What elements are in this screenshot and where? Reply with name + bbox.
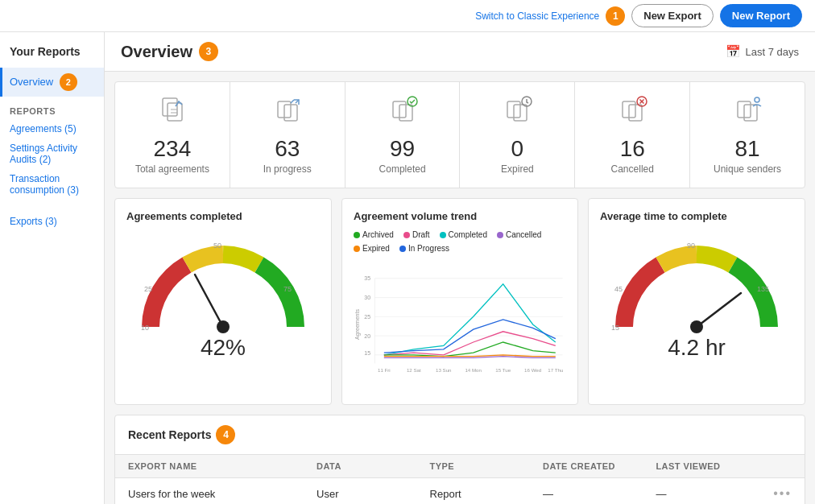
row-type: Report <box>430 488 543 500</box>
stat-expired[interactable]: 0 Expired <box>460 82 575 188</box>
stat-completed[interactable]: 99 Completed <box>345 82 461 188</box>
svg-point-50 <box>690 320 703 333</box>
sidebar-item-transaction[interactable]: Transaction consumption (3) <box>0 169 104 200</box>
recent-reports-title: Recent Reports <box>128 428 211 441</box>
cancelled-icon <box>585 95 680 133</box>
gauge-completed: 10 25 50 75 42% <box>126 230 320 367</box>
row-last-viewed: — <box>656 488 768 500</box>
legend-cancelled: Cancelled <box>497 230 541 239</box>
gauge-completed-percent: 42% <box>201 335 246 361</box>
svg-text:13 Sun: 13 Sun <box>436 367 452 373</box>
svg-point-25 <box>217 320 230 333</box>
svg-text:75: 75 <box>283 285 292 293</box>
total-agreements-icon <box>125 95 220 133</box>
col-header-actions <box>769 461 792 471</box>
expired-icon <box>470 95 565 133</box>
svg-text:30: 30 <box>364 295 370 300</box>
svg-text:90: 90 <box>687 242 695 250</box>
col-header-export: EXPORT NAME <box>128 461 316 471</box>
chart-volume-trend: Agreement volume trend Archived Draft Co… <box>341 198 578 405</box>
charts-row: Agreements completed <box>114 198 805 405</box>
in-progress-number: 63 <box>240 136 335 162</box>
calendar-icon: 📅 <box>726 44 741 59</box>
legend-completed: Completed <box>440 230 487 239</box>
col-header-data: DATA <box>316 461 429 471</box>
unique-senders-icon <box>700 95 795 133</box>
chart-volume-trend-title: Agreement volume trend <box>354 210 566 222</box>
table-header: EXPORT NAME DATA TYPE DATE CREATED LAST … <box>115 455 805 478</box>
svg-text:17 Thu: 17 Thu <box>548 367 564 373</box>
sidebar-section-reports: REPORTS <box>0 97 104 119</box>
svg-text:135: 135 <box>757 285 769 293</box>
stat-in-progress[interactable]: 63 In progress <box>230 82 345 188</box>
completed-label: Completed <box>355 163 450 175</box>
svg-text:Agreements: Agreements <box>354 309 361 340</box>
svg-text:15: 15 <box>611 324 619 332</box>
svg-text:15 Tue: 15 Tue <box>495 367 511 373</box>
in-progress-label: In progress <box>240 163 335 175</box>
badge-3: 3 <box>199 42 218 61</box>
badge-4: 4 <box>216 425 235 444</box>
col-header-viewed: LAST VIEWED <box>656 461 768 471</box>
legend-inprogress: In Progress <box>399 244 449 253</box>
completed-icon <box>355 95 450 133</box>
col-header-date: DATE CREATED <box>543 461 656 471</box>
svg-text:25: 25 <box>144 285 152 293</box>
expired-label: Expired <box>470 163 565 175</box>
chart-agreements-completed-title: Agreements completed <box>126 210 320 222</box>
sidebar: Your Reports Overview 2 REPORTS Agreemen… <box>0 32 105 504</box>
row-export-name: Users for the week <box>128 488 316 500</box>
svg-text:11 Fri: 11 Fri <box>378 367 391 373</box>
svg-text:15: 15 <box>364 350 370 356</box>
svg-text:45: 45 <box>614 285 623 293</box>
chart-avg-time: Average time to complete 15 <box>588 198 805 405</box>
svg-text:35: 35 <box>364 275 370 281</box>
svg-text:50: 50 <box>213 242 221 250</box>
stat-unique-senders[interactable]: 81 Unique senders <box>690 82 805 188</box>
content-header: Overview 3 📅 Last 7 days <box>105 32 815 72</box>
recent-reports-section: Recent Reports 4 EXPORT NAME DATA TYPE D… <box>114 415 805 504</box>
page-title: Overview <box>121 43 192 61</box>
sidebar-item-exports[interactable]: Exports (3) <box>0 208 104 230</box>
new-export-button[interactable]: New Export <box>631 4 714 27</box>
stats-row: 234 Total agreements 63 In progress 99 C… <box>114 81 805 188</box>
main-layout: Your Reports Overview 2 REPORTS Agreemen… <box>0 32 815 504</box>
legend-draft: Draft <box>403 230 430 239</box>
svg-text:25: 25 <box>364 314 370 320</box>
stat-cancelled[interactable]: 16 Cancelled <box>575 82 690 188</box>
three-dots-icon[interactable]: ••• <box>773 486 792 500</box>
col-header-type: TYPE <box>430 461 543 471</box>
sidebar-item-agreements[interactable]: Agreements (5) <box>0 119 104 138</box>
row-date-created: — <box>543 488 656 500</box>
sidebar-item-settings[interactable]: Settings Activity Audits (2) <box>0 138 104 169</box>
cancelled-number: 16 <box>585 136 680 162</box>
svg-text:20: 20 <box>364 333 370 339</box>
chart-agreements-completed: Agreements completed <box>114 198 332 405</box>
svg-text:14 Mon: 14 Mon <box>465 367 482 373</box>
svg-text:16 Wed: 16 Wed <box>524 367 542 373</box>
table-row: Users for the week User Report — — ••• <box>115 478 805 504</box>
date-filter[interactable]: 📅 Last 7 days <box>726 44 800 59</box>
svg-rect-0 <box>163 98 177 116</box>
svg-text:12 Sat: 12 Sat <box>407 367 421 373</box>
sidebar-item-overview[interactable]: Overview 2 <box>0 68 104 97</box>
gauge-avg-time: 15 45 90 135 4.2 hr <box>600 230 793 367</box>
total-agreements-number: 234 <box>125 136 220 162</box>
new-report-button[interactable]: New Report <box>720 4 802 27</box>
row-data: User <box>316 488 429 500</box>
stat-total-agreements[interactable]: 234 Total agreements <box>115 82 230 188</box>
svg-rect-1 <box>168 103 182 121</box>
switch-classic-link[interactable]: Switch to Classic Experience <box>475 10 599 22</box>
badge-1: 1 <box>606 6 625 26</box>
cancelled-label: Cancelled <box>585 163 680 175</box>
expired-number: 0 <box>470 136 565 162</box>
top-bar: Switch to Classic Experience 1 New Expor… <box>0 0 815 32</box>
legend-archived: Archived <box>354 230 394 239</box>
svg-point-19 <box>755 97 759 102</box>
legend-expired: Expired <box>354 244 390 253</box>
sidebar-badge-2: 2 <box>60 73 77 91</box>
svg-line-49 <box>697 293 741 327</box>
row-actions[interactable]: ••• <box>769 486 792 501</box>
completed-number: 99 <box>355 136 450 162</box>
total-agreements-label: Total agreements <box>125 163 220 175</box>
